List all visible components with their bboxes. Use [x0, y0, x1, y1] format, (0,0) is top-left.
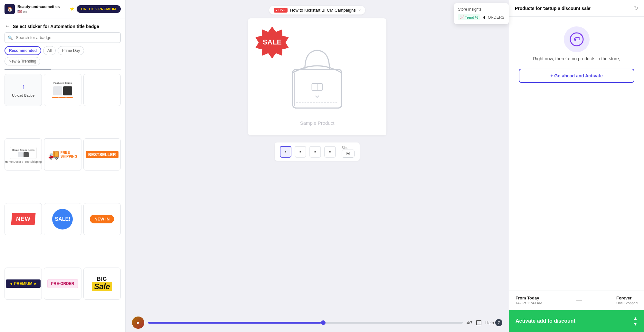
panel-header: ← Select sticker for Automation title ba… — [0, 18, 125, 32]
live-banner: ● LIVE How to Kickstart BFCM Campaigns × — [269, 6, 365, 15]
store-info: 🏠 Beauty-and-cosmeti cs 🇺🇸 en — [5, 4, 60, 14]
date-from-value: 14-Oct 11:43 AM — [516, 301, 542, 305]
tab-recommended[interactable]: Recommended — [5, 46, 41, 55]
bigsale-badge-item[interactable]: BIG Sale — [83, 268, 121, 300]
unlock-premium-button[interactable]: UNLOCK PREMIUM — [77, 5, 121, 13]
store-name: Beauty-and-cosmeti cs — [17, 5, 60, 10]
sale-blue-sticker: SALE! — [52, 209, 73, 229]
home-icon[interactable]: 🏠 — [5, 4, 15, 14]
live-close-button[interactable]: × — [358, 8, 361, 13]
new-red-badge-item[interactable]: NEW — [5, 203, 42, 235]
upload-badge-label: Upload Badge — [12, 93, 34, 97]
help-label: Help — [485, 320, 494, 325]
size-label: Size — [342, 146, 355, 150]
right-panel-title: Products for 'Setup a discount sale' — [515, 6, 592, 11]
scroll-indicator — [5, 69, 121, 70]
upload-arrow-icon: ↑ — [22, 83, 25, 91]
filter-tabs: Recommended All Prime Day New & Trending — [0, 46, 125, 69]
panel-title: Select sticker for Automation title badg… — [13, 24, 99, 29]
refresh-icon[interactable]: ↻ — [634, 5, 638, 11]
store-lang: 🇺🇸 en — [17, 9, 60, 14]
green-activate-button[interactable]: Activate add to discount ▲ ▼ — [509, 310, 644, 332]
play-icon[interactable]: ▶ — [132, 317, 144, 329]
progress-square-icon[interactable] — [476, 320, 481, 325]
help-circle-icon: ? — [495, 319, 502, 326]
progress-count: 4/7 — [467, 320, 472, 325]
premium-badge-item[interactable]: ◄ PREMIUM ► — [5, 268, 42, 300]
new-in-orange-badge-item[interactable]: NEW IN — [83, 203, 121, 235]
search-input[interactable] — [5, 32, 121, 43]
featured-badge-item[interactable]: Featured Items — [44, 74, 81, 106]
green-activate-label: Activate add to discount — [516, 318, 575, 324]
svg-text:🏷: 🏷 — [574, 36, 580, 42]
insights-title: Store Insights — [458, 7, 505, 12]
badge-icon-large: 🏷 — [564, 26, 590, 52]
no-products-text: Right now, there're no products in the s… — [509, 55, 644, 62]
topbar: 🏠 Beauty-and-cosmeti cs 🇺🇸 en ★ UNLOCK P… — [0, 0, 125, 18]
product-preview-card: SALE Sample Product — [248, 18, 386, 135]
freeshipping-badge-item[interactable]: 🚚 FREESHIPPING — [44, 138, 81, 171]
size-value: M — [342, 150, 355, 158]
store-insights-popup: Store Insights 📈 Trend % 4 ORDERS — [454, 3, 509, 24]
date-divider-icon: — — [576, 297, 582, 304]
bestseller-badge-item[interactable]: BESTSELLER — [83, 138, 121, 171]
size-btn-2[interactable]: ▪ — [295, 146, 306, 158]
sale-badge-overlay: SALE — [254, 25, 290, 60]
orders-label: ORDERS — [488, 15, 504, 20]
progress-fill — [148, 322, 321, 324]
svg-text:SALE: SALE — [263, 38, 282, 46]
orders-count: 4 — [483, 15, 485, 20]
right-top: Products for 'Setup a discount sale' ↻ — [509, 0, 644, 17]
product-bag-svg — [280, 38, 354, 115]
activate-arrows-icon: ▲ ▼ — [633, 316, 638, 327]
size-controls: ▪ ▪ ▪ ▪ Size M — [275, 142, 360, 161]
date-from: From Today 14-Oct 11:43 AM — [516, 296, 542, 305]
live-title: How to Kickstart BFCM Campaigns — [290, 8, 356, 13]
size-btn-4[interactable]: ▪ — [324, 146, 336, 158]
progress-track[interactable] — [148, 322, 463, 324]
search-icon: 🔍 — [8, 35, 13, 40]
date-to-label: Forever — [616, 296, 638, 300]
tab-new-trending[interactable]: New & Trending — [5, 57, 40, 65]
sale-sticker-svg: SALE — [254, 25, 290, 60]
trend-box: 📈 Trend % — [458, 14, 480, 20]
left-panel: 🏠 Beauty-and-cosmeti cs 🇺🇸 en ★ UNLOCK P… — [0, 0, 126, 332]
sample-product-label: Sample Product — [300, 120, 335, 126]
size-btn-3[interactable]: ▪ — [309, 146, 321, 158]
date-to-value: Until Stopped — [616, 301, 638, 305]
bottom-bar: ▶ 4/7 Help ? — [126, 313, 509, 332]
tab-prime-day[interactable]: Prime Day — [58, 46, 84, 55]
premium-sticker: ◄ PREMIUM ► — [6, 279, 41, 288]
homedecor-badge-item[interactable]: Home Decor items Home Decor : Free Shipp… — [5, 138, 42, 171]
date-row: From Today 14-Oct 11:43 AM — Forever Unt… — [509, 290, 644, 310]
grid-badge-item[interactable] — [83, 74, 121, 106]
preorder-sticker: PRE-ORDER — [47, 279, 78, 288]
date-to: Forever Until Stopped — [616, 296, 638, 305]
date-from-label: From Today — [516, 296, 542, 300]
right-panel: Store Insights 📈 Trend % 4 ORDERS Produc… — [509, 0, 644, 332]
search-bar: 🔍 — [5, 32, 121, 43]
avatar: ▶ — [132, 317, 144, 329]
middle-area: ● LIVE How to Kickstart BFCM Campaigns ×… — [126, 0, 509, 332]
truck-icon: 🚚 — [48, 149, 59, 160]
back-button[interactable]: ← — [5, 23, 10, 30]
go-ahead-activate-button[interactable]: + Go ahead and Activate — [519, 69, 634, 83]
badges-grid: ↑ Upload Badge Featured Items — [0, 72, 125, 332]
scroll-indicator-fill — [5, 69, 51, 70]
progress-thumb — [321, 320, 326, 325]
new-in-orange-sticker: NEW IN — [90, 215, 114, 223]
star-icon: ★ — [70, 5, 75, 13]
live-dot: ● LIVE — [274, 8, 288, 13]
size-btn-1[interactable]: ▪ — [280, 146, 291, 158]
upload-badge-item[interactable]: ↑ Upload Badge — [5, 74, 42, 106]
help-button[interactable]: Help ? — [485, 319, 502, 326]
homedecor-label: Home Decor : Free Shipping — [5, 160, 42, 163]
preorder-badge-item[interactable]: PRE-ORDER — [44, 268, 81, 300]
tab-all[interactable]: All — [43, 46, 56, 55]
new-red-sticker: NEW — [11, 213, 35, 225]
sale-blue-badge-item[interactable]: SALE! — [44, 203, 81, 235]
bestseller-label: BESTSELLER — [86, 151, 118, 158]
